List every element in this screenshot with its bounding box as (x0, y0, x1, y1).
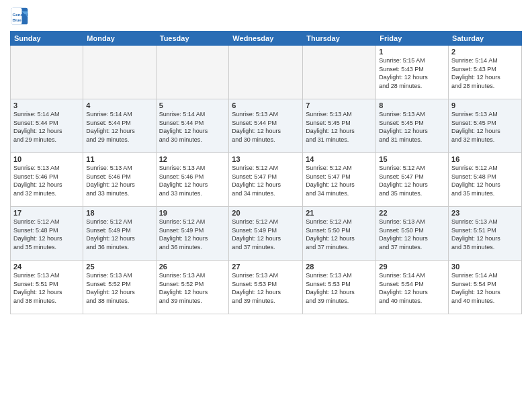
day-cell-4: 4Sunrise: 5:14 AM Sunset: 5:44 PM Daylig… (83, 99, 156, 153)
day-cell-3: 3Sunrise: 5:14 AM Sunset: 5:44 PM Daylig… (11, 99, 83, 153)
day-number: 2 (451, 48, 519, 56)
week-row-4: 17Sunrise: 5:12 AM Sunset: 5:48 PM Dayli… (11, 207, 522, 261)
week-row-3: 10Sunrise: 5:13 AM Sunset: 5:46 PM Dayli… (11, 153, 522, 207)
day-number: 16 (451, 155, 519, 163)
day-info: Sunrise: 5:12 AM Sunset: 5:47 PM Dayligh… (379, 164, 445, 197)
day-number: 9 (451, 101, 519, 109)
day-number: 10 (13, 155, 80, 163)
day-cell-21: 21Sunrise: 5:12 AM Sunset: 5:50 PM Dayli… (303, 207, 376, 261)
day-number: 27 (232, 263, 300, 271)
day-cell-22: 22Sunrise: 5:13 AM Sunset: 5:50 PM Dayli… (376, 207, 449, 261)
empty-cell (156, 46, 229, 99)
svg-text:General: General (13, 12, 28, 17)
day-number: 8 (379, 101, 445, 109)
day-cell-27: 27Sunrise: 5:13 AM Sunset: 5:53 PM Dayli… (229, 261, 303, 314)
day-number: 19 (159, 209, 226, 217)
day-info: Sunrise: 5:12 AM Sunset: 5:47 PM Dayligh… (306, 164, 373, 197)
day-number: 23 (451, 209, 519, 217)
empty-cell (303, 46, 376, 99)
day-number: 4 (86, 101, 152, 109)
day-cell-13: 13Sunrise: 5:12 AM Sunset: 5:47 PM Dayli… (229, 153, 303, 207)
calendar: SundayMondayTuesdayWednesdayThursdayFrid… (10, 31, 522, 314)
day-info: Sunrise: 5:13 AM Sunset: 5:53 PM Dayligh… (232, 271, 300, 305)
day-info: Sunrise: 5:12 AM Sunset: 5:49 PM Dayligh… (232, 218, 300, 251)
day-cell-5: 5Sunrise: 5:14 AM Sunset: 5:44 PM Daylig… (156, 99, 229, 153)
day-info: Sunrise: 5:12 AM Sunset: 5:50 PM Dayligh… (306, 218, 373, 251)
day-info: Sunrise: 5:14 AM Sunset: 5:54 PM Dayligh… (379, 271, 445, 305)
day-cell-20: 20Sunrise: 5:12 AM Sunset: 5:49 PM Dayli… (229, 207, 303, 261)
svg-text:Blue: Blue (13, 17, 22, 22)
day-number: 22 (379, 209, 445, 217)
day-cell-26: 26Sunrise: 5:13 AM Sunset: 5:52 PM Dayli… (156, 261, 229, 314)
day-cell-17: 17Sunrise: 5:12 AM Sunset: 5:48 PM Dayli… (11, 207, 83, 261)
day-number: 6 (232, 101, 300, 109)
day-cell-24: 24Sunrise: 5:13 AM Sunset: 5:51 PM Dayli… (11, 261, 83, 314)
day-number: 20 (232, 209, 300, 217)
weekday-header-tuesday: Tuesday (156, 32, 229, 46)
day-cell-10: 10Sunrise: 5:13 AM Sunset: 5:46 PM Dayli… (11, 153, 83, 207)
day-info: Sunrise: 5:12 AM Sunset: 5:48 PM Dayligh… (13, 218, 80, 251)
day-info: Sunrise: 5:14 AM Sunset: 5:54 PM Dayligh… (451, 271, 519, 305)
day-info: Sunrise: 5:13 AM Sunset: 5:45 PM Dayligh… (451, 110, 519, 144)
logo: General Blue (10, 7, 32, 26)
day-cell-30: 30Sunrise: 5:14 AM Sunset: 5:54 PM Dayli… (449, 261, 522, 314)
day-number: 21 (306, 209, 373, 217)
day-number: 1 (379, 48, 445, 56)
day-info: Sunrise: 5:13 AM Sunset: 5:46 PM Dayligh… (86, 164, 152, 197)
day-info: Sunrise: 5:13 AM Sunset: 5:51 PM Dayligh… (451, 218, 519, 251)
day-cell-18: 18Sunrise: 5:12 AM Sunset: 5:49 PM Dayli… (83, 207, 156, 261)
week-row-2: 3Sunrise: 5:14 AM Sunset: 5:44 PM Daylig… (11, 99, 522, 153)
day-info: Sunrise: 5:13 AM Sunset: 5:46 PM Dayligh… (13, 164, 80, 197)
day-cell-6: 6Sunrise: 5:13 AM Sunset: 5:44 PM Daylig… (229, 99, 303, 153)
day-cell-23: 23Sunrise: 5:13 AM Sunset: 5:51 PM Dayli… (449, 207, 522, 261)
day-info: Sunrise: 5:14 AM Sunset: 5:44 PM Dayligh… (86, 110, 152, 144)
day-cell-25: 25Sunrise: 5:13 AM Sunset: 5:52 PM Dayli… (83, 261, 156, 314)
weekday-header-sunday: Sunday (11, 32, 83, 46)
day-info: Sunrise: 5:14 AM Sunset: 5:44 PM Dayligh… (159, 110, 226, 144)
weekday-header-saturday: Saturday (449, 32, 522, 46)
day-number: 3 (13, 101, 80, 109)
day-cell-15: 15Sunrise: 5:12 AM Sunset: 5:47 PM Dayli… (376, 153, 449, 207)
day-number: 26 (159, 263, 226, 271)
day-number: 17 (13, 209, 80, 217)
day-info: Sunrise: 5:13 AM Sunset: 5:50 PM Dayligh… (379, 218, 445, 251)
day-info: Sunrise: 5:15 AM Sunset: 5:43 PM Dayligh… (379, 56, 445, 90)
day-number: 29 (379, 263, 445, 271)
day-info: Sunrise: 5:13 AM Sunset: 5:45 PM Dayligh… (306, 110, 373, 144)
day-info: Sunrise: 5:13 AM Sunset: 5:53 PM Dayligh… (306, 271, 373, 305)
day-cell-12: 12Sunrise: 5:13 AM Sunset: 5:46 PM Dayli… (156, 153, 229, 207)
day-cell-16: 16Sunrise: 5:12 AM Sunset: 5:48 PM Dayli… (449, 153, 522, 207)
day-cell-11: 11Sunrise: 5:13 AM Sunset: 5:46 PM Dayli… (83, 153, 156, 207)
day-number: 18 (86, 209, 152, 217)
day-cell-14: 14Sunrise: 5:12 AM Sunset: 5:47 PM Dayli… (303, 153, 376, 207)
day-number: 13 (232, 155, 300, 163)
day-number: 28 (306, 263, 373, 271)
weekday-header-monday: Monday (83, 32, 156, 46)
day-info: Sunrise: 5:14 AM Sunset: 5:44 PM Dayligh… (13, 110, 80, 144)
day-number: 12 (159, 155, 226, 163)
weekday-header-wednesday: Wednesday (229, 32, 303, 46)
day-cell-7: 7Sunrise: 5:13 AM Sunset: 5:45 PM Daylig… (303, 99, 376, 153)
day-info: Sunrise: 5:12 AM Sunset: 5:49 PM Dayligh… (159, 218, 226, 251)
day-cell-8: 8Sunrise: 5:13 AM Sunset: 5:45 PM Daylig… (376, 99, 449, 153)
day-info: Sunrise: 5:12 AM Sunset: 5:49 PM Dayligh… (86, 218, 152, 251)
page: General Blue SundayMondayTuesdayWednesda… (0, 0, 532, 411)
week-row-1: 1Sunrise: 5:15 AM Sunset: 5:43 PM Daylig… (11, 46, 522, 99)
day-number: 14 (306, 155, 373, 163)
day-number: 7 (306, 101, 373, 109)
day-cell-28: 28Sunrise: 5:13 AM Sunset: 5:53 PM Dayli… (303, 261, 376, 314)
day-number: 24 (13, 263, 80, 271)
day-info: Sunrise: 5:13 AM Sunset: 5:52 PM Dayligh… (86, 271, 152, 305)
day-info: Sunrise: 5:13 AM Sunset: 5:44 PM Dayligh… (232, 110, 300, 144)
day-info: Sunrise: 5:13 AM Sunset: 5:51 PM Dayligh… (13, 271, 80, 305)
day-info: Sunrise: 5:13 AM Sunset: 5:46 PM Dayligh… (159, 164, 226, 197)
day-info: Sunrise: 5:13 AM Sunset: 5:52 PM Dayligh… (159, 271, 226, 305)
day-info: Sunrise: 5:12 AM Sunset: 5:48 PM Dayligh… (451, 164, 519, 197)
week-row-5: 24Sunrise: 5:13 AM Sunset: 5:51 PM Dayli… (11, 261, 522, 314)
day-cell-9: 9Sunrise: 5:13 AM Sunset: 5:45 PM Daylig… (449, 99, 522, 153)
day-cell-2: 2Sunrise: 5:14 AM Sunset: 5:43 PM Daylig… (449, 46, 522, 99)
day-number: 30 (451, 263, 519, 271)
day-number: 25 (86, 263, 152, 271)
empty-cell (229, 46, 303, 99)
day-info: Sunrise: 5:12 AM Sunset: 5:47 PM Dayligh… (232, 164, 300, 197)
